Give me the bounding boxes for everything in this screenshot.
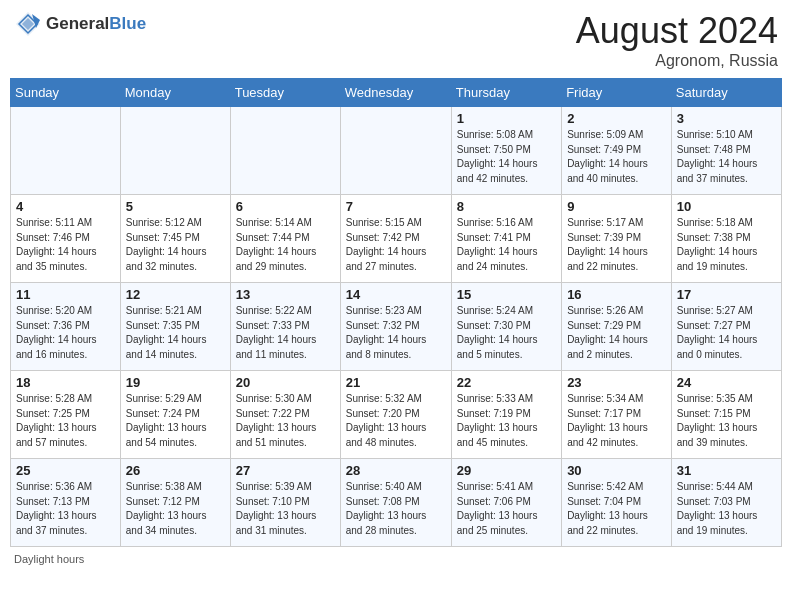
day-info: Sunrise: 5:09 AM Sunset: 7:49 PM Dayligh… [567, 128, 666, 186]
calendar-cell: 22Sunrise: 5:33 AM Sunset: 7:19 PM Dayli… [451, 371, 561, 459]
day-info: Sunrise: 5:44 AM Sunset: 7:03 PM Dayligh… [677, 480, 776, 538]
weekday-header-wednesday: Wednesday [340, 79, 451, 107]
calendar-cell: 23Sunrise: 5:34 AM Sunset: 7:17 PM Dayli… [562, 371, 672, 459]
calendar-cell: 31Sunrise: 5:44 AM Sunset: 7:03 PM Dayli… [671, 459, 781, 547]
calendar-week-2: 4Sunrise: 5:11 AM Sunset: 7:46 PM Daylig… [11, 195, 782, 283]
weekday-header-row: SundayMondayTuesdayWednesdayThursdayFrid… [11, 79, 782, 107]
day-number: 1 [457, 111, 556, 126]
day-info: Sunrise: 5:35 AM Sunset: 7:15 PM Dayligh… [677, 392, 776, 450]
calendar-cell [120, 107, 230, 195]
calendar-cell: 15Sunrise: 5:24 AM Sunset: 7:30 PM Dayli… [451, 283, 561, 371]
title-block: August 2024 Agronom, Russia [576, 10, 778, 70]
calendar-cell: 25Sunrise: 5:36 AM Sunset: 7:13 PM Dayli… [11, 459, 121, 547]
logo-general-text: General [46, 14, 109, 33]
day-number: 25 [16, 463, 115, 478]
day-number: 10 [677, 199, 776, 214]
day-number: 27 [236, 463, 335, 478]
weekday-header-monday: Monday [120, 79, 230, 107]
calendar-cell: 30Sunrise: 5:42 AM Sunset: 7:04 PM Dayli… [562, 459, 672, 547]
logo-icon [14, 10, 42, 38]
calendar-cell: 17Sunrise: 5:27 AM Sunset: 7:27 PM Dayli… [671, 283, 781, 371]
calendar-cell: 11Sunrise: 5:20 AM Sunset: 7:36 PM Dayli… [11, 283, 121, 371]
day-number: 21 [346, 375, 446, 390]
day-info: Sunrise: 5:27 AM Sunset: 7:27 PM Dayligh… [677, 304, 776, 362]
day-number: 6 [236, 199, 335, 214]
day-info: Sunrise: 5:21 AM Sunset: 7:35 PM Dayligh… [126, 304, 225, 362]
month-year: August 2024 [576, 10, 778, 52]
day-number: 23 [567, 375, 666, 390]
weekday-header-tuesday: Tuesday [230, 79, 340, 107]
day-number: 5 [126, 199, 225, 214]
day-number: 8 [457, 199, 556, 214]
day-number: 12 [126, 287, 225, 302]
day-info: Sunrise: 5:20 AM Sunset: 7:36 PM Dayligh… [16, 304, 115, 362]
day-info: Sunrise: 5:26 AM Sunset: 7:29 PM Dayligh… [567, 304, 666, 362]
day-info: Sunrise: 5:41 AM Sunset: 7:06 PM Dayligh… [457, 480, 556, 538]
day-number: 31 [677, 463, 776, 478]
day-number: 14 [346, 287, 446, 302]
calendar-cell: 8Sunrise: 5:16 AM Sunset: 7:41 PM Daylig… [451, 195, 561, 283]
weekday-header-friday: Friday [562, 79, 672, 107]
day-info: Sunrise: 5:15 AM Sunset: 7:42 PM Dayligh… [346, 216, 446, 274]
weekday-header-sunday: Sunday [11, 79, 121, 107]
day-info: Sunrise: 5:33 AM Sunset: 7:19 PM Dayligh… [457, 392, 556, 450]
day-info: Sunrise: 5:32 AM Sunset: 7:20 PM Dayligh… [346, 392, 446, 450]
day-number: 19 [126, 375, 225, 390]
day-info: Sunrise: 5:16 AM Sunset: 7:41 PM Dayligh… [457, 216, 556, 274]
day-info: Sunrise: 5:18 AM Sunset: 7:38 PM Dayligh… [677, 216, 776, 274]
day-info: Sunrise: 5:17 AM Sunset: 7:39 PM Dayligh… [567, 216, 666, 274]
day-info: Sunrise: 5:36 AM Sunset: 7:13 PM Dayligh… [16, 480, 115, 538]
calendar-cell: 20Sunrise: 5:30 AM Sunset: 7:22 PM Dayli… [230, 371, 340, 459]
calendar-cell: 13Sunrise: 5:22 AM Sunset: 7:33 PM Dayli… [230, 283, 340, 371]
day-info: Sunrise: 5:40 AM Sunset: 7:08 PM Dayligh… [346, 480, 446, 538]
calendar-cell [230, 107, 340, 195]
day-info: Sunrise: 5:30 AM Sunset: 7:22 PM Dayligh… [236, 392, 335, 450]
calendar-cell: 10Sunrise: 5:18 AM Sunset: 7:38 PM Dayli… [671, 195, 781, 283]
calendar-cell: 3Sunrise: 5:10 AM Sunset: 7:48 PM Daylig… [671, 107, 781, 195]
day-info: Sunrise: 5:11 AM Sunset: 7:46 PM Dayligh… [16, 216, 115, 274]
day-number: 24 [677, 375, 776, 390]
day-number: 7 [346, 199, 446, 214]
weekday-header-thursday: Thursday [451, 79, 561, 107]
day-info: Sunrise: 5:34 AM Sunset: 7:17 PM Dayligh… [567, 392, 666, 450]
calendar-cell: 9Sunrise: 5:17 AM Sunset: 7:39 PM Daylig… [562, 195, 672, 283]
calendar-cell: 14Sunrise: 5:23 AM Sunset: 7:32 PM Dayli… [340, 283, 451, 371]
day-number: 3 [677, 111, 776, 126]
calendar-cell: 6Sunrise: 5:14 AM Sunset: 7:44 PM Daylig… [230, 195, 340, 283]
calendar-cell: 26Sunrise: 5:38 AM Sunset: 7:12 PM Dayli… [120, 459, 230, 547]
footer: Daylight hours [10, 553, 782, 565]
calendar-cell: 28Sunrise: 5:40 AM Sunset: 7:08 PM Dayli… [340, 459, 451, 547]
day-number: 16 [567, 287, 666, 302]
location: Agronom, Russia [576, 52, 778, 70]
calendar-cell: 12Sunrise: 5:21 AM Sunset: 7:35 PM Dayli… [120, 283, 230, 371]
calendar-cell: 18Sunrise: 5:28 AM Sunset: 7:25 PM Dayli… [11, 371, 121, 459]
day-number: 30 [567, 463, 666, 478]
day-number: 11 [16, 287, 115, 302]
logo: GeneralBlue [14, 10, 146, 38]
day-info: Sunrise: 5:28 AM Sunset: 7:25 PM Dayligh… [16, 392, 115, 450]
day-number: 29 [457, 463, 556, 478]
day-number: 4 [16, 199, 115, 214]
day-number: 13 [236, 287, 335, 302]
day-number: 9 [567, 199, 666, 214]
calendar-cell [340, 107, 451, 195]
logo-blue-text: Blue [109, 14, 146, 33]
calendar-cell: 4Sunrise: 5:11 AM Sunset: 7:46 PM Daylig… [11, 195, 121, 283]
calendar-cell: 21Sunrise: 5:32 AM Sunset: 7:20 PM Dayli… [340, 371, 451, 459]
day-info: Sunrise: 5:10 AM Sunset: 7:48 PM Dayligh… [677, 128, 776, 186]
calendar-cell: 19Sunrise: 5:29 AM Sunset: 7:24 PM Dayli… [120, 371, 230, 459]
day-info: Sunrise: 5:22 AM Sunset: 7:33 PM Dayligh… [236, 304, 335, 362]
daylight-hours-label: Daylight hours [14, 553, 84, 565]
day-number: 20 [236, 375, 335, 390]
day-info: Sunrise: 5:38 AM Sunset: 7:12 PM Dayligh… [126, 480, 225, 538]
calendar-week-3: 11Sunrise: 5:20 AM Sunset: 7:36 PM Dayli… [11, 283, 782, 371]
calendar-cell: 27Sunrise: 5:39 AM Sunset: 7:10 PM Dayli… [230, 459, 340, 547]
day-number: 17 [677, 287, 776, 302]
calendar-cell: 29Sunrise: 5:41 AM Sunset: 7:06 PM Dayli… [451, 459, 561, 547]
calendar-table: SundayMondayTuesdayWednesdayThursdayFrid… [10, 78, 782, 547]
day-info: Sunrise: 5:29 AM Sunset: 7:24 PM Dayligh… [126, 392, 225, 450]
calendar-cell: 2Sunrise: 5:09 AM Sunset: 7:49 PM Daylig… [562, 107, 672, 195]
weekday-header-saturday: Saturday [671, 79, 781, 107]
calendar-cell: 7Sunrise: 5:15 AM Sunset: 7:42 PM Daylig… [340, 195, 451, 283]
day-number: 2 [567, 111, 666, 126]
